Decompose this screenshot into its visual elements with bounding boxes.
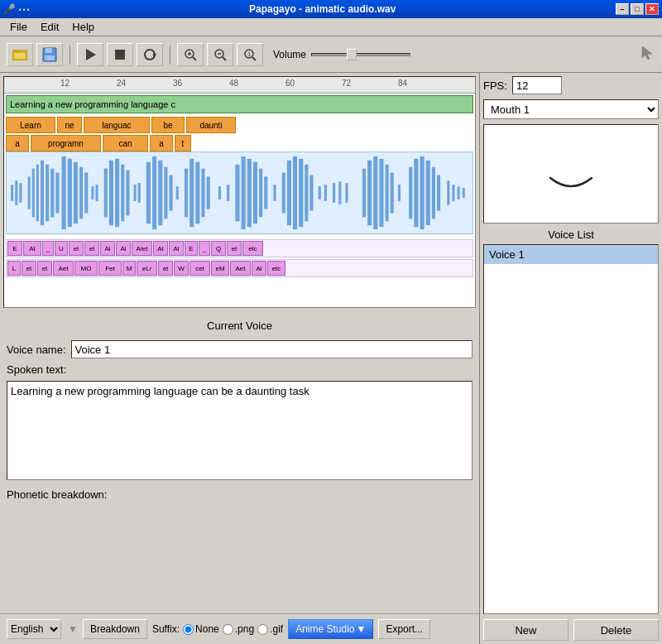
word-block[interactable]: daunti [186, 117, 236, 133]
word-block[interactable]: ne [57, 117, 82, 133]
phoneme-block[interactable]: et [37, 261, 52, 276]
word-row-1: Learn ne languac be daunti [6, 117, 473, 133]
svg-rect-7 [115, 50, 125, 60]
suffix-none-radio[interactable] [183, 624, 194, 635]
close-button[interactable]: ✕ [645, 3, 659, 15]
svg-rect-38 [104, 169, 108, 218]
word-block[interactable]: programn [31, 135, 101, 151]
play-button[interactable] [77, 43, 103, 66]
phoneme-block[interactable]: cet [189, 261, 210, 276]
breakdown-button[interactable]: Breakdown [83, 619, 147, 639]
voice-list-item[interactable]: Voice 1 [484, 245, 658, 264]
word-block[interactable]: Learn [6, 117, 55, 133]
spoken-text-input[interactable]: Learning a new programming language can … [7, 381, 473, 480]
fps-input[interactable] [512, 76, 562, 94]
phoneme-block[interactable]: Q [211, 241, 226, 256]
phoneme-block[interactable]: L [7, 261, 21, 276]
ruler-tick-12: 12 [60, 79, 70, 88]
word-block[interactable]: a [150, 135, 173, 151]
phoneme-block[interactable]: Al [252, 261, 266, 276]
suffix-gif-label[interactable]: .gif [257, 623, 283, 635]
language-dropdown-arrow[interactable]: ▼ [68, 623, 78, 635]
phoneme-block[interactable]: At [153, 241, 168, 256]
svg-rect-59 [242, 156, 246, 229]
phoneme-block[interactable]: _ [42, 241, 54, 256]
suffix-png-radio[interactable] [223, 624, 233, 635]
phoneme-block[interactable]: et [158, 261, 173, 276]
svg-rect-66 [287, 161, 291, 225]
voice-name-row: Voice name: [7, 340, 473, 358]
phoneme-block[interactable]: MO [74, 261, 98, 276]
phoneme-block[interactable]: U [55, 241, 68, 256]
phoneme-block[interactable]: Al [116, 241, 131, 256]
phoneme-block[interactable]: E [185, 241, 198, 256]
phoneme-block[interactable]: et [69, 241, 84, 256]
phoneme-block[interactable]: Aet [230, 261, 251, 276]
phoneme-block[interactable]: et [227, 241, 242, 256]
suffix-none-label[interactable]: None [183, 623, 219, 635]
phoneme-block[interactable]: eM [211, 261, 229, 276]
save-button[interactable] [36, 43, 63, 66]
word-block[interactable]: languac [84, 117, 150, 133]
timeline-container[interactable]: 12 24 36 48 60 72 84 Learning a new prog… [3, 76, 476, 308]
svg-rect-31 [62, 156, 66, 229]
loop-button[interactable] [137, 43, 163, 66]
phoneme-block[interactable]: Alet [132, 241, 152, 256]
language-select[interactable]: English Spanish French [7, 619, 61, 639]
svg-rect-61 [253, 162, 257, 223]
zoom-out-button[interactable] [207, 43, 233, 66]
voice-list-box[interactable]: Voice 1 [483, 244, 659, 614]
export-button[interactable]: Export... [378, 619, 430, 639]
phoneme-block[interactable]: et [22, 261, 36, 276]
phoneme-block[interactable]: Al [169, 241, 184, 256]
word-block[interactable]: t [175, 135, 191, 151]
zoom-out-icon [212, 46, 228, 63]
ruler-tick-48: 48 [229, 79, 238, 88]
delete-voice-button[interactable]: Delete [573, 619, 659, 641]
svg-marker-6 [86, 49, 96, 60]
svg-rect-42 [126, 171, 129, 216]
svg-rect-45 [146, 162, 151, 223]
suffix-png-label[interactable]: .png [223, 623, 254, 635]
phoneme-block[interactable]: eLr [137, 261, 157, 276]
svg-rect-65 [282, 173, 285, 214]
phoneme-block[interactable]: W [174, 261, 189, 276]
zoom-fit-button[interactable]: 1 [237, 43, 263, 66]
stop-button[interactable] [107, 43, 133, 66]
menu-edit[interactable]: Edit [34, 19, 65, 35]
maximize-button[interactable]: □ [631, 3, 644, 15]
suffix-gif-radio[interactable] [257, 624, 268, 635]
volume-slider[interactable] [311, 53, 410, 56]
phoneme-block[interactable]: etc [267, 261, 285, 276]
zoom-in-button[interactable] [177, 43, 204, 66]
word-block[interactable]: can [103, 135, 148, 151]
new-voice-button[interactable]: New [483, 619, 568, 641]
open-button[interactable] [7, 43, 33, 66]
word-block[interactable]: a [6, 135, 29, 151]
title-bar-system-btns: ▪ ▪ ▪ [19, 6, 30, 13]
menu-file[interactable]: File [3, 19, 34, 35]
phoneme-block[interactable]: Al [100, 241, 115, 256]
phoneme-block[interactable]: _ [199, 241, 210, 256]
phoneme-block[interactable]: At [23, 241, 41, 256]
phrase-bar[interactable]: Learning a new programming language c [6, 95, 473, 113]
phoneme-block[interactable]: Fet [98, 261, 122, 276]
word-block[interactable]: be [151, 117, 185, 133]
voice-name-input[interactable] [71, 340, 473, 358]
mouth-select[interactable]: Mouth 1 Mouth 2 Mouth 3 [483, 99, 659, 119]
spoken-text-label: Spoken text: [7, 363, 66, 376]
phoneme-block[interactable]: E [7, 241, 22, 256]
svg-rect-35 [84, 173, 88, 214]
anime-studio-button[interactable]: Anime Studio ▼ [288, 619, 373, 639]
phoneme-block[interactable]: Aet [53, 261, 74, 276]
window-title: Papagayo - animatic audio.wav [30, 3, 616, 15]
phoneme-block[interactable]: M [122, 261, 136, 276]
anime-dropdown-arrow[interactable]: ▼ [357, 623, 367, 635]
minimize-button[interactable]: – [616, 3, 629, 15]
phoneme-block[interactable]: etc [242, 241, 263, 256]
phoneme-block[interactable]: et [84, 241, 99, 256]
svg-rect-50 [176, 186, 179, 199]
phoneme-strip-top: E At _ U et et Al Al Alet At Al E _ Q [6, 239, 473, 257]
svg-rect-81 [391, 173, 394, 214]
menu-help[interactable]: Help [65, 19, 101, 35]
